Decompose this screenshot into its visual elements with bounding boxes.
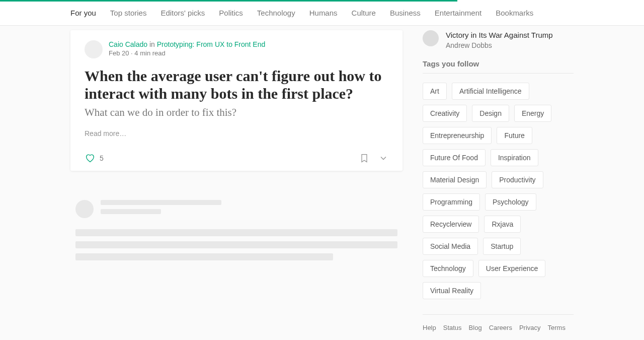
skeleton-block <box>75 241 397 248</box>
article-date: Feb 20 <box>109 49 129 57</box>
nav-tab-technology[interactable]: Technology <box>257 9 295 17</box>
sidebar: Victory in Its War Against Trump Andrew … <box>423 30 574 340</box>
footer-link[interactable]: Status <box>443 324 462 331</box>
nav-tab-politics[interactable]: Politics <box>219 9 243 17</box>
nav-tab-top-stories[interactable]: Top stories <box>110 9 147 17</box>
article-read-time: 4 min read <box>134 49 165 57</box>
tag-chip[interactable]: Creativity <box>423 105 467 122</box>
sidebar-story-avatar <box>423 30 439 46</box>
tag-chip[interactable]: Psychology <box>485 193 536 211</box>
nav-tab-bookmarks[interactable]: Bookmarks <box>496 9 533 17</box>
footer-link[interactable]: Help <box>423 324 436 331</box>
nav-tab-culture[interactable]: Culture <box>352 9 376 17</box>
nav-tab-editors-picks[interactable]: Editors' picks <box>160 9 205 17</box>
tag-chip[interactable]: Startup <box>483 238 521 255</box>
tag-chip[interactable]: Virtual Reality <box>423 282 481 299</box>
skeleton-block <box>75 253 333 260</box>
like-count: 5 <box>100 154 104 162</box>
skeleton-line <box>101 209 161 214</box>
tag-chip[interactable]: Art <box>423 83 447 100</box>
article-meta: Feb 20 · 4 min read <box>109 49 265 57</box>
tag-chip[interactable]: Technology <box>423 260 473 277</box>
article-card: Caio Calado in Prototyping: From UX to F… <box>70 30 403 171</box>
skeleton-line <box>101 200 221 205</box>
tag-chip[interactable]: User Experience <box>478 260 546 277</box>
heart-icon <box>85 153 96 164</box>
tag-chip[interactable]: Inspiration <box>491 149 538 166</box>
footer-link[interactable]: Privacy <box>519 324 541 331</box>
skeleton-block <box>75 229 397 236</box>
tag-chip[interactable]: Productivity <box>492 171 543 188</box>
tag-chip[interactable]: Programming <box>423 193 480 211</box>
tag-chip[interactable]: Recyclerview <box>423 216 479 233</box>
loading-progress-bar <box>0 0 457 2</box>
tag-chip[interactable]: Artificial Intelligence <box>452 83 529 100</box>
nav-tab-entertainment[interactable]: Entertainment <box>435 9 481 17</box>
sidebar-story-author: Andrew Dobbs <box>446 41 553 49</box>
tag-chip[interactable]: Rxjava <box>484 216 521 233</box>
sidebar-story-title: Victory in Its War Against Trump <box>446 30 553 40</box>
tag-chip[interactable]: Material Design <box>423 171 487 188</box>
tag-list: ArtArtificial IntelligenceCreativityDesi… <box>423 83 574 299</box>
bookmark-icon[interactable] <box>359 153 369 163</box>
tag-chip[interactable]: Social Media <box>423 238 478 255</box>
footer-link[interactable]: Careers <box>489 324 512 331</box>
tag-chip[interactable]: Future <box>497 127 532 144</box>
like-button[interactable]: 5 <box>85 153 104 164</box>
nav-tabs: For you Top stories Editors' picks Polit… <box>60 0 584 25</box>
article-title[interactable]: When the average user can't figure out h… <box>85 67 388 102</box>
top-nav-bar: For you Top stories Editors' picks Polit… <box>0 0 644 26</box>
nav-tab-for-you[interactable]: For you <box>70 9 96 17</box>
tags-heading: Tags you follow <box>423 59 574 74</box>
footer-link[interactable]: About <box>423 338 440 341</box>
footer-links: HelpStatusBlogCareersPrivacyTermsAbout <box>423 314 574 341</box>
author-link[interactable]: Caio Calado <box>109 40 147 48</box>
skeleton-avatar <box>75 200 94 218</box>
footer-link[interactable]: Blog <box>469 324 482 331</box>
publication-link[interactable]: Prototyping: From UX to Front End <box>157 40 266 48</box>
tag-chip[interactable]: Entrepreneurship <box>423 127 492 144</box>
author-avatar[interactable] <box>85 40 103 58</box>
tag-chip[interactable]: Future Of Food <box>423 149 486 166</box>
read-more-link[interactable]: Read more… <box>85 129 126 138</box>
tag-chip[interactable]: Design <box>472 105 509 122</box>
tag-chip[interactable]: Energy <box>514 105 551 122</box>
sidebar-story[interactable]: Victory in Its War Against Trump Andrew … <box>423 30 574 49</box>
footer-link[interactable]: Terms <box>548 324 566 331</box>
nav-tab-business[interactable]: Business <box>390 9 421 17</box>
nav-tab-humans[interactable]: Humans <box>309 9 338 17</box>
article-subtitle: What can we do in order to fix this? <box>85 106 388 119</box>
byline-separator: in <box>149 40 155 48</box>
loading-skeleton <box>70 185 403 281</box>
chevron-down-icon[interactable] <box>378 153 388 163</box>
